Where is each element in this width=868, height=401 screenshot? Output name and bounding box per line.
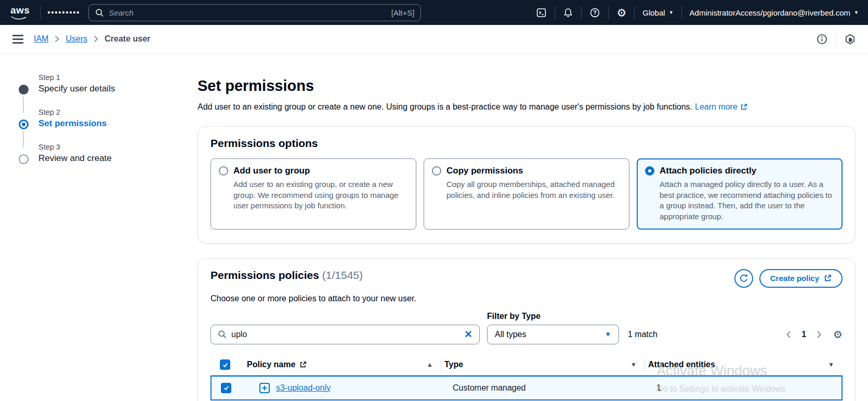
breadcrumb-current: Create user — [104, 34, 150, 44]
chevron-right-icon — [94, 35, 98, 43]
breadcrumb-divider — [836, 32, 836, 46]
region-selector[interactable]: Global ▼ — [642, 8, 673, 17]
step-upcoming-bullet — [19, 154, 29, 164]
topbar-divider — [634, 6, 635, 19]
radio-selected-icon[interactable] — [645, 166, 654, 176]
type-filter-label: Filter by Type — [487, 312, 619, 321]
breadcrumb-link-iam[interactable]: IAM — [34, 34, 48, 44]
option-tile-add-user-to-group[interactable]: Add user to group Add user to an existin… — [211, 158, 416, 230]
wizard-step-2[interactable]: Step 2 Set permissions — [19, 108, 175, 129]
next-page-icon[interactable] — [817, 330, 822, 339]
help-icon[interactable]: ? — [589, 7, 600, 18]
page-content: Step 1 Specify user details Step 2 Set p… — [0, 54, 868, 401]
clear-search-icon[interactable]: ✕ — [464, 329, 472, 339]
column-header-attached-entities[interactable]: Attached entities ▼ — [645, 355, 843, 375]
create-policy-label: Create policy — [770, 274, 819, 283]
previous-page-icon[interactable] — [786, 330, 791, 339]
topbar-divider — [581, 6, 582, 19]
step-number-label: Step 3 — [38, 143, 175, 151]
table-settings-gear-icon[interactable]: ⚙ — [833, 325, 843, 344]
learn-more-label: Learn more — [695, 102, 738, 112]
pagination: 1 — [786, 325, 822, 344]
option-tile-copy-permissions[interactable]: Copy permissions Copy all group membersh… — [424, 158, 629, 230]
account-label: AdministratorAccess/pgiordano@riverbed.c… — [690, 8, 851, 17]
type-filter-select[interactable]: All types ▼ — [487, 325, 619, 344]
side-menu-hamburger-icon[interactable] — [12, 35, 23, 44]
main-panel: Set permissions Add user to an existing … — [198, 54, 856, 401]
radio-unselected-icon[interactable] — [219, 166, 228, 176]
wizard-step-3[interactable]: Step 3 Review and create — [19, 143, 175, 164]
breadcrumb: IAM Users Create user — [34, 34, 150, 44]
step-title: Specify user details — [38, 84, 175, 94]
column-label: Attached entities — [648, 360, 715, 369]
breadcrumb-link-users[interactable]: Users — [65, 34, 87, 44]
wizard-steps-nav: Step 1 Specify user details Step 2 Set p… — [19, 73, 175, 178]
attached-entities-cell: 1 — [646, 383, 841, 393]
refresh-icon — [739, 273, 749, 284]
svg-text:?: ? — [594, 9, 597, 16]
amazon-q-hexagon-icon[interactable] — [845, 34, 856, 45]
policy-search-input[interactable] — [231, 330, 459, 339]
select-all-checkbox[interactable] — [220, 359, 230, 370]
table-header-row: Policy name ▲ Type ▼ Attached entities — [211, 355, 843, 376]
wizard-step-1[interactable]: Step 1 Specify user details — [19, 73, 175, 94]
column-filter-caret-icon[interactable]: ▼ — [828, 361, 834, 368]
info-icon[interactable] — [817, 34, 827, 45]
learn-more-link[interactable]: Learn more — [695, 102, 747, 112]
permissions-options-tiles: Add user to group Add user to an existin… — [211, 158, 843, 230]
chevron-down-icon: ▼ — [669, 10, 674, 15]
option-tile-attach-policies-directly[interactable]: Attach policies directly Attach a manage… — [637, 158, 843, 230]
topbar-utilities: ? ⚙ Global ▼ AdministratorAccess/pgiorda… — [536, 6, 859, 19]
permissions-options-title: Permissions options — [211, 137, 843, 150]
breadcrumb-bar: IAM Users Create user — [0, 25, 868, 54]
page-utilities — [817, 32, 856, 46]
external-link-icon — [740, 103, 747, 111]
aws-logo[interactable]: aws — [9, 5, 33, 20]
page-title: Set permissions — [198, 77, 856, 95]
create-policy-button[interactable]: Create policy — [759, 269, 843, 288]
policies-actions: Create policy — [734, 269, 843, 288]
policies-header: Permissions policies (1/1545) Create pol… — [211, 269, 843, 288]
match-count: 1 match — [628, 325, 657, 344]
permissions-options-card: Permissions options Add user to group Ad… — [198, 126, 856, 244]
expand-policy-icon[interactable] — [259, 383, 270, 393]
policies-controls: ✕ Filter by Type All types ▼ 1 match 1 — [211, 312, 843, 344]
global-search-input[interactable] — [109, 8, 386, 17]
row-checkbox[interactable] — [221, 383, 231, 393]
external-link-icon — [824, 274, 832, 282]
top-navigation-bar: aws [Alt+S] ? ⚙ — [0, 0, 868, 25]
global-search-bar[interactable]: [Alt+S] — [88, 4, 421, 21]
refresh-button[interactable] — [734, 269, 753, 288]
notifications-bell-icon[interactable] — [563, 7, 573, 18]
column-filter-caret-icon[interactable]: ▼ — [630, 361, 637, 368]
topbar-divider — [40, 6, 41, 19]
option-label: Copy permissions — [446, 166, 523, 176]
topbar-divider — [555, 6, 555, 19]
column-header-type[interactable]: Type ▼ — [441, 355, 645, 375]
aws-console-page: aws [Alt+S] ? ⚙ — [0, 0, 868, 401]
sort-ascending-icon[interactable]: ▲ — [427, 361, 433, 368]
search-icon — [218, 330, 227, 339]
policy-search-box[interactable]: ✕ — [211, 325, 480, 344]
step-title: Set permissions — [38, 118, 175, 129]
chevron-down-icon: ▼ — [604, 330, 611, 338]
account-menu[interactable]: AdministratorAccess/pgiordano@riverbed.c… — [690, 8, 859, 17]
option-label: Attach policies directly — [660, 166, 756, 176]
cloudshell-icon[interactable] — [536, 7, 547, 18]
option-label: Add user to group — [233, 166, 310, 176]
chevron-down-icon: ▼ — [854, 10, 859, 15]
option-description: Add user to an existing group, or create… — [233, 179, 408, 211]
search-icon — [95, 8, 104, 17]
column-header-policy-name[interactable]: Policy name ▲ — [244, 355, 441, 375]
settings-gear-icon[interactable]: ⚙ — [616, 7, 626, 18]
policies-subtitle: Choose one or more policies to attach to… — [211, 294, 843, 303]
region-label: Global — [642, 8, 665, 17]
policy-name-link[interactable]: s3-upload-only — [276, 383, 331, 393]
policies-title-text: Permissions policies — [211, 269, 319, 281]
services-grid-icon[interactable] — [48, 11, 79, 14]
column-label: Type — [444, 360, 463, 369]
radio-unselected-icon[interactable] — [432, 166, 441, 176]
table-row-s3-upload-only[interactable]: s3-upload-only Customer managed 1 — [211, 376, 843, 400]
page-number: 1 — [801, 330, 806, 339]
permissions-policies-card: Permissions policies (1/1545) Create pol… — [198, 258, 856, 401]
